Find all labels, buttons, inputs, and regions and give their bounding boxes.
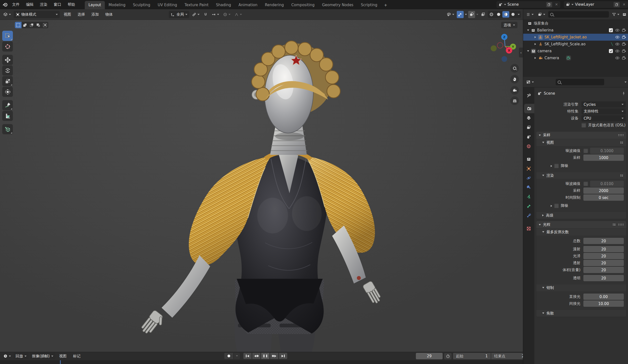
shading-material-preview-button[interactable] bbox=[502, 11, 509, 18]
tool-select-box[interactable] bbox=[2, 31, 13, 41]
timeline-menu-markers[interactable]: 标记 bbox=[71, 354, 83, 359]
tab-bone[interactable] bbox=[523, 202, 534, 211]
bounce-transmission-field[interactable]: 20 bbox=[583, 260, 624, 266]
subpanel-max-bounces-header[interactable]: 最多反弹次数 bbox=[536, 228, 626, 235]
render-noise-field[interactable]: 0.0100 bbox=[590, 181, 624, 187]
navigation-gizmo[interactable]: Z Y X bbox=[488, 31, 520, 64]
properties-options-dropdown[interactable] bbox=[625, 81, 627, 83]
outliner-editor-type-button[interactable] bbox=[525, 11, 535, 18]
outliner-row-scale-armature[interactable]: SK_LeftRight_Scale.ao ╲ bbox=[523, 41, 628, 48]
bounce-transparent-field[interactable]: 20 bbox=[583, 275, 624, 281]
overlays-dropdown[interactable] bbox=[476, 14, 478, 15]
snap-target-dropdown[interactable] bbox=[210, 11, 220, 18]
viewport-menu-add[interactable]: 添加 bbox=[89, 12, 101, 17]
scene-name[interactable]: Scene bbox=[508, 2, 545, 7]
viewport-menu-object[interactable]: 物体 bbox=[103, 12, 115, 17]
preset-icon[interactable] bbox=[620, 173, 624, 178]
osl-checkbox[interactable] bbox=[581, 123, 586, 128]
pin-icon[interactable] bbox=[622, 91, 626, 96]
render-visibility-icon[interactable] bbox=[622, 28, 626, 32]
workspace-tab-modeling[interactable]: Modeling bbox=[105, 1, 129, 9]
tab-texture[interactable] bbox=[523, 224, 534, 233]
outliner-filter-dropdown[interactable] bbox=[611, 11, 621, 18]
render-visibility-icon[interactable] bbox=[622, 35, 626, 39]
hide-eye-icon[interactable] bbox=[615, 42, 620, 46]
frame-start-field[interactable]: 起始 1 bbox=[453, 353, 491, 359]
show-gizmos-toggle[interactable] bbox=[457, 11, 464, 18]
workspace-tab-scripting[interactable]: Scripting bbox=[357, 1, 381, 9]
gizmos-dropdown[interactable] bbox=[465, 14, 467, 15]
tool-scale[interactable] bbox=[2, 76, 13, 86]
shading-solid-button[interactable] bbox=[495, 11, 502, 18]
pivot-point-dropdown[interactable] bbox=[191, 11, 201, 18]
expand-toggle[interactable] bbox=[527, 50, 529, 52]
viewlayer-icon[interactable] bbox=[566, 2, 570, 7]
hide-eye-icon[interactable] bbox=[615, 28, 620, 32]
keying-menu[interactable]: 抠像(插帧) bbox=[30, 353, 55, 359]
blender-logo-icon[interactable] bbox=[2, 2, 8, 7]
hide-eye-icon[interactable] bbox=[615, 35, 620, 39]
preset-icon[interactable] bbox=[620, 141, 624, 145]
show-overlays-toggle[interactable] bbox=[468, 11, 475, 18]
render-visibility-icon[interactable] bbox=[622, 56, 626, 60]
transform-orientation-dropdown[interactable]: 全局 bbox=[169, 11, 189, 18]
editor-type-button[interactable] bbox=[2, 11, 12, 18]
zoom-button[interactable] bbox=[510, 64, 519, 73]
panel-light-paths-header[interactable]: 光程 bbox=[536, 221, 626, 228]
pan-hand-button[interactable] bbox=[510, 75, 519, 83]
select-mode-invert[interactable] bbox=[35, 22, 42, 28]
outliner-row-camera-object[interactable]: Camera bbox=[523, 55, 628, 62]
shading-rendered-button[interactable] bbox=[510, 11, 516, 18]
current-frame-field[interactable]: 29 bbox=[416, 353, 443, 359]
falloff-dropdown[interactable] bbox=[233, 11, 243, 18]
subpanel-advanced-header[interactable]: 高级 bbox=[536, 212, 626, 219]
subpanel-viewport-header[interactable]: 视图 bbox=[536, 139, 626, 146]
device-select[interactable]: CPU bbox=[581, 115, 626, 121]
sidebar-collapse-arrow[interactable]: ‹ bbox=[519, 48, 523, 58]
tab-tool[interactable] bbox=[523, 91, 534, 100]
collection-checkbox[interactable] bbox=[609, 49, 613, 53]
timeline-track-strip[interactable] bbox=[0, 360, 523, 364]
select-mode-subtract[interactable] bbox=[28, 22, 35, 28]
feature-set-select[interactable]: 支持特性 bbox=[581, 108, 626, 114]
render-samples-field[interactable]: 2000 bbox=[583, 188, 624, 194]
outliner-row-ballerina[interactable]: Ballerina bbox=[523, 27, 628, 34]
scene-browse-chevron[interactable] bbox=[504, 4, 506, 5]
add-workspace-button[interactable]: + bbox=[381, 1, 390, 9]
outliner-row-camera-collection[interactable]: camera bbox=[523, 48, 628, 55]
workspace-tab-uv-editing[interactable]: UV Editing bbox=[154, 1, 181, 9]
properties-editor-type-button[interactable] bbox=[525, 79, 535, 85]
tab-bone-constraints[interactable] bbox=[523, 211, 534, 220]
xray-toggle[interactable] bbox=[479, 11, 486, 18]
remove-viewlayer-button[interactable]: ✕ bbox=[621, 2, 627, 6]
jump-to-end-button[interactable] bbox=[279, 353, 287, 359]
time-limit-field[interactable]: 0 sec bbox=[583, 195, 624, 201]
properties-search-input[interactable] bbox=[556, 79, 604, 85]
playhead[interactable] bbox=[60, 360, 61, 364]
tool-move[interactable] bbox=[2, 55, 13, 65]
viewport-options-dropdown[interactable]: 选项 bbox=[501, 22, 517, 28]
use-preview-range-button[interactable] bbox=[444, 353, 452, 359]
panel-grip[interactable] bbox=[618, 134, 624, 136]
viewport-denoise-checkbox[interactable] bbox=[554, 163, 559, 168]
workspace-tab-animation[interactable]: Animation bbox=[235, 1, 261, 9]
subpanel-clamping-header[interactable]: 钳制 bbox=[536, 284, 626, 291]
keying-set-dropdown[interactable] bbox=[234, 353, 240, 359]
select-mode-extend[interactable] bbox=[22, 22, 28, 28]
expand-toggle[interactable] bbox=[527, 29, 529, 31]
next-keyframe-button[interactable] bbox=[270, 353, 278, 359]
tool-transform[interactable] bbox=[2, 87, 13, 97]
pause-button[interactable] bbox=[261, 353, 269, 359]
new-scene-button[interactable] bbox=[546, 2, 552, 7]
viewport-3d[interactable]: 选项 bbox=[0, 20, 523, 352]
menu-file[interactable]: 文件 bbox=[9, 0, 23, 9]
new-collection-button[interactable] bbox=[622, 12, 627, 17]
outliner-display-mode-dropdown[interactable] bbox=[537, 11, 547, 18]
hide-eye-icon[interactable] bbox=[615, 56, 620, 60]
tab-scene[interactable] bbox=[523, 132, 534, 142]
workspace-tab-texture-paint[interactable]: Texture Paint bbox=[181, 1, 212, 9]
bounce-glossy-field[interactable]: 20 bbox=[583, 253, 624, 259]
viewport-denoise-expand[interactable] bbox=[551, 165, 552, 167]
workspace-tab-sculpting[interactable]: Sculpting bbox=[129, 1, 154, 9]
perspective-toggle-button[interactable] bbox=[510, 96, 519, 105]
